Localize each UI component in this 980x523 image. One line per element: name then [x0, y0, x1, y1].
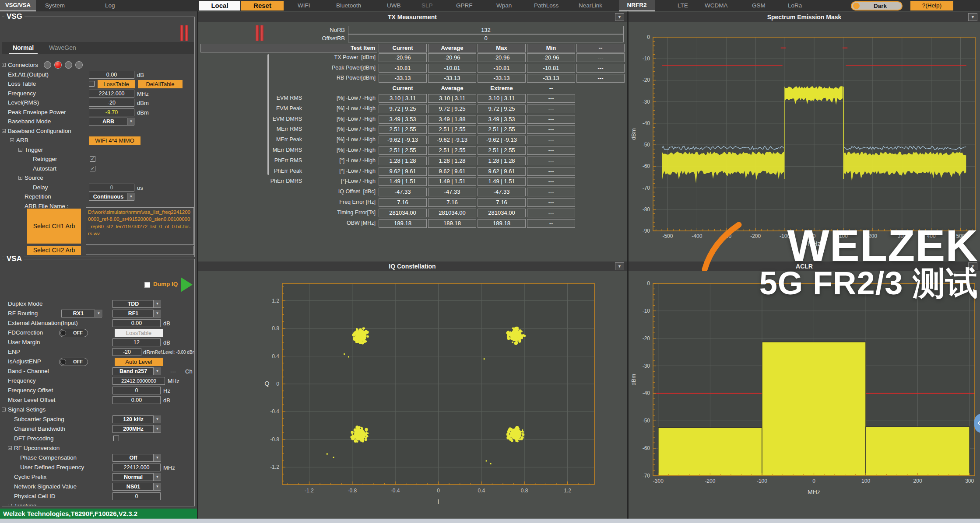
vsg-peak-envelope-power-input[interactable]: -9.70	[89, 108, 134, 116]
vsa-network-signaled-value-label: Network Signaled Value	[14, 483, 77, 490]
vsg-baseband-configuration-tree-toggle[interactable]: −	[2, 129, 6, 133]
vsa-user-defined-frequency-unit: MHz	[163, 464, 175, 471]
vsa-tracking-tree-toggle[interactable]: −	[8, 504, 12, 506]
vsa-dft-precoding-checkbox[interactable]	[113, 436, 119, 441]
vsa-frequency-input[interactable]: 22412.0000000	[112, 377, 165, 385]
vsa-rf-routing-dropdown-1[interactable]: RX1▼	[61, 310, 102, 317]
tx-cell-value: ---	[527, 167, 575, 175]
tx-measurement-collapse-arrow[interactable]: ▼	[615, 13, 624, 21]
vsa-rf-routing-dropdown-2[interactable]: RF1▼	[112, 310, 161, 317]
auto-level-button[interactable]: Auto Level	[115, 358, 163, 366]
vsa-phase-compensation-dropdown-arrow-icon: ▼	[153, 454, 161, 461]
local-button[interactable]: Local	[199, 1, 240, 10]
tab-lte[interactable]: LTE	[678, 2, 688, 9]
vsg-autostart-checkbox[interactable]: ✓	[90, 166, 95, 171]
vsa-run-play-button[interactable]	[181, 277, 193, 292]
iq-constellation-collapse-arrow[interactable]: ▼	[615, 262, 624, 270]
tx-table-cell: 1.49 | 1.51	[478, 177, 526, 186]
vsa-physical-cell-id-input[interactable]: 0	[112, 492, 161, 500]
vsg-ext-att-output-input[interactable]: 0.00	[89, 71, 134, 79]
vsa-user-defined-frequency-input[interactable]: 22412.000	[112, 464, 161, 471]
menu-item-log[interactable]: Log	[105, 2, 115, 9]
vsa-mixer-level-offset-input[interactable]: 0.00	[112, 396, 161, 404]
tx-cell-value: ---	[527, 199, 575, 206]
tx-table-cell: ---	[527, 94, 575, 103]
vsa-channel-bandwidth-dropdown[interactable]: 200MHz▼	[112, 425, 161, 433]
vsa-band-channel-dropdown[interactable]: Band n257▼	[112, 367, 161, 375]
select-ch2-arb-button[interactable]: Select CH2 Arb	[27, 246, 81, 255]
dump-iq-checkbox[interactable]	[144, 282, 150, 288]
vsa-cyclic-prefix-dropdown[interactable]: Normal▼	[112, 473, 161, 481]
tab-wpan[interactable]: Wpan	[496, 2, 512, 9]
tx-row-qual-merr-rms: [%] -Low / -High	[304, 126, 376, 132]
tx-panel-scrollbar[interactable]	[267, 54, 269, 175]
svg-text:-500: -500	[662, 233, 673, 239]
vsg-tab-wavegen[interactable]: WaveGen	[49, 44, 76, 51]
vsa-rf-upconversion-tree-toggle[interactable]: −	[8, 446, 12, 450]
tx-table-cell: 3.10 | 3.11	[428, 94, 476, 103]
vsg-level-rms-input[interactable]: -20	[89, 99, 134, 107]
vsa-frequency-offset-input[interactable]: 0	[112, 387, 161, 394]
vsg-arb-button[interactable]: WIFI 4*4 MIMO	[89, 136, 141, 145]
tab-gprf[interactable]: GPRF	[456, 2, 473, 9]
menu-item-vsg-vsa[interactable]: VSG/VSA	[0, 0, 36, 11]
vsa-isadjustenp-toggle[interactable]: OFF	[59, 358, 88, 366]
vsa-subcarrier-spacing-dropdown[interactable]: 120 kHz▼	[112, 415, 161, 423]
norb-input[interactable]: 132	[348, 26, 624, 34]
vsg-source-tree-toggle[interactable]: +	[18, 176, 22, 180]
losstable-button[interactable]: LossTable	[115, 329, 163, 337]
vsg-frequency-input[interactable]: 22412.000	[89, 90, 134, 98]
tab-uwb[interactable]: UWB	[387, 2, 401, 9]
tx-cell-value: -10.81	[379, 64, 426, 72]
tx-table-cell: -20.96	[428, 53, 476, 62]
vsa-user-margin-input[interactable]: 12	[112, 338, 161, 346]
vsg-tab-active-underline	[9, 53, 38, 54]
vsa-mixer-level-offset-unit: dB	[163, 397, 170, 404]
tab-nearlink[interactable]: NearLink	[579, 2, 602, 9]
select-ch1-arb-button[interactable]: Select CH1 Arb	[27, 209, 81, 244]
vsg-delay-input[interactable]: 0	[89, 184, 134, 192]
vsg-trigger-tree-toggle[interactable]: −	[18, 148, 22, 152]
vsg-ext-att-output-input-value: 0.00	[89, 71, 134, 78]
vsa-phase-compensation-dropdown[interactable]: Off▼	[112, 454, 161, 462]
reset-button[interactable]: Reset	[241, 1, 284, 10]
tab-slp[interactable]: SLP	[422, 2, 433, 9]
vsa-enp-input[interactable]: -20	[112, 348, 141, 356]
svg-text:dBm: dBm	[630, 128, 637, 140]
svg-text:0: 0	[812, 478, 815, 484]
vsa-band-channel-label: Band - Channel	[8, 368, 49, 374]
vsg-repetition-dropdown[interactable]: Continuous▼	[89, 193, 134, 201]
vsa-network-signaled-value-dropdown[interactable]: NS01▼	[112, 483, 161, 491]
vsg-tab-normal[interactable]: Normal	[6, 44, 40, 51]
vsa-duplex-mode-dropdown[interactable]: TDD▼	[112, 300, 161, 308]
dark-mode-toggle[interactable]: Dark	[851, 1, 903, 10]
vsg-peak-envelope-power-label: Peak Envelope Power	[8, 109, 66, 115]
tab-lora[interactable]: LoRa	[788, 2, 802, 9]
tab-pathloss[interactable]: PathLoss	[534, 2, 558, 9]
vsg-connectors-tree-toggle[interactable]: +	[2, 63, 6, 67]
vsg-retrigger-checkbox[interactable]: ✓	[90, 156, 95, 162]
tx-cell-value: 2.51 | 2.55	[379, 146, 426, 154]
tx-row-name-merr-rms: MErr RMS	[206, 126, 302, 132]
tab-bluetooth[interactable]: Bluetooth	[336, 2, 361, 9]
tab-gsm[interactable]: GSM	[752, 2, 766, 9]
vsa-signal-setings-tree-toggle[interactable]: −	[2, 408, 6, 411]
offsetrb-input[interactable]: 0	[348, 34, 624, 42]
loss-table-button[interactable]: LossTable	[98, 80, 135, 88]
tx-table-cell: 281034.00	[428, 209, 476, 217]
menu-item-system[interactable]: System	[45, 2, 65, 9]
vsg-arb-tree-toggle[interactable]: −	[10, 138, 14, 142]
tab-wifi[interactable]: WIFI	[298, 2, 310, 9]
tx-subheader-x: --	[527, 85, 575, 91]
vsa-external-attenuation-input-input[interactable]: 0.00	[112, 319, 161, 327]
vsg-loss-table-checkbox[interactable]	[89, 81, 95, 87]
tab-nrfr2[interactable]: NRFR2	[619, 0, 655, 11]
tab-wcdma[interactable]: WCDMA	[705, 2, 728, 9]
del-all-table-button[interactable]: DelAllTable	[138, 80, 183, 88]
vsa-fdcorrection-toggle[interactable]: OFF	[59, 329, 88, 337]
help-button[interactable]: ?(Help)	[910, 1, 953, 10]
svg-text:-0.8: -0.8	[348, 488, 357, 494]
vsg-baseband-mode-dropdown[interactable]: ARB▼	[89, 118, 134, 126]
svg-text:-90: -90	[643, 228, 650, 234]
vsg-frequency-input-value: 22412.000	[89, 90, 134, 97]
